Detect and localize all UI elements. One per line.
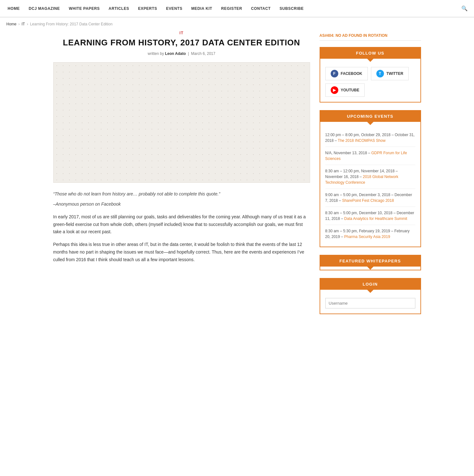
event-link[interactable]: The 2018 INCOMPAS Show <box>338 138 386 143</box>
nav-events[interactable]: EVENTS <box>162 0 187 17</box>
article-body: “Those who do not learn from history are… <box>53 190 310 263</box>
twitter-icon: t <box>376 70 384 77</box>
username-input[interactable] <box>325 298 415 308</box>
main-content: IT LEARNING FROM HISTORY, 2017 DATA CENT… <box>53 31 310 322</box>
search-button[interactable]: 🔍 <box>458 5 471 11</box>
breadcrumb-home[interactable]: Home <box>6 22 16 26</box>
event-item: N/A, November 13, 2018 – GDPR Forum for … <box>325 147 415 165</box>
event-item: 8:30 am – 5:00 pm, December 10, 2018 – D… <box>325 207 415 225</box>
follow-us-header: FOLLOW US <box>320 48 420 59</box>
article-body-p1: In early 2017, most of us are still plan… <box>53 213 310 236</box>
breadcrumb-sep-2: › <box>27 22 28 26</box>
breadcrumb-sep-1: › <box>18 22 20 26</box>
breadcrumb-it[interactable]: IT <box>22 22 25 26</box>
upcoming-events-arrow <box>367 122 373 125</box>
events-list: 12:00 pm – 8:00 pm, October 29, 2018 – O… <box>320 125 420 247</box>
article-image <box>53 62 310 183</box>
upcoming-events-header: UPCOMING EVENTS <box>320 111 420 122</box>
breadcrumb: Home › IT › Learning From History: 2017 … <box>0 17 474 31</box>
article-author[interactable]: Leon Adato <box>165 51 186 56</box>
social-buttons: f FACEBOOK t TWITTER ▶ YOUTUBE <box>320 62 420 102</box>
article-title: LEARNING FROM HISTORY, 2017 DATA CENTER … <box>53 38 310 48</box>
nav-media-kit[interactable]: MEDIA KIT <box>187 0 217 17</box>
login-box: LOGIN <box>320 278 421 314</box>
youtube-button[interactable]: ▶ YOUTUBE <box>325 83 365 97</box>
article-quote: “Those who do not learn from history are… <box>53 190 310 198</box>
nav-dcj-magazine[interactable]: DCJ MAGAZINE <box>24 0 64 17</box>
article-category: IT <box>53 31 310 35</box>
main-nav: HOME DCJ MAGAZINE WHITE PAPERS ARTICLES … <box>0 0 474 17</box>
twitter-label: TWITTER <box>386 71 403 76</box>
featured-whitepapers-box: FEATURED WHITEPAPERS <box>320 255 421 270</box>
article-body-p2: Perhaps this idea is less true in other … <box>53 241 310 263</box>
article-meta: written by Leon Adato | March 6, 2017 <box>53 51 310 56</box>
event-item: 9:00 am – 5:00 pm, December 3, 2018 – De… <box>325 189 415 207</box>
login-arrow <box>367 290 373 293</box>
article-quote-attr: –Anonymous person on Facebook <box>53 201 310 208</box>
nav-contact[interactable]: CONTACT <box>247 0 275 17</box>
upcoming-events-box: UPCOMING EVENTS 12:00 pm – 8:00 pm, Octo… <box>320 110 421 247</box>
event-item: 8:30 am – 12:00 pm, November 14, 2018 – … <box>325 165 415 189</box>
youtube-label: YOUTUBE <box>341 88 360 92</box>
featured-whitepapers-header: FEATURED WHITEPAPERS <box>320 255 420 267</box>
event-link[interactable]: Data Analytics for Healthcare Summit <box>344 216 407 221</box>
nav-subscribe[interactable]: SUBSCRIBE <box>275 0 308 17</box>
featured-whitepapers-arrow <box>367 267 373 270</box>
nav-home[interactable]: HOME <box>3 0 24 17</box>
facebook-label: FACEBOOK <box>341 71 362 76</box>
event-item: 12:00 pm – 8:00 pm, October 29, 2018 – O… <box>325 129 415 147</box>
follow-us-arrow <box>367 59 373 62</box>
login-header: LOGIN <box>320 279 420 290</box>
sidebar: AS#404: NO AD FOUND IN ROTATION FOLLOW U… <box>320 31 421 322</box>
event-link[interactable]: Pharma Security Asia 2019 <box>344 235 390 239</box>
nav-register[interactable]: REGISTER <box>217 0 247 17</box>
event-item: 8:30 am – 5:30 pm, February 19, 2019 – F… <box>325 225 415 243</box>
facebook-icon: f <box>331 70 338 77</box>
sidebar-ad: AS#404: NO AD FOUND IN ROTATION <box>320 31 421 41</box>
nav-articles[interactable]: ARTICLES <box>104 0 134 17</box>
event-link[interactable]: SharePoint Fest Chicago 2018 <box>342 198 394 203</box>
follow-us-box: FOLLOW US f FACEBOOK t TWITTER ▶ YOUTUBE <box>320 47 421 102</box>
event-time: N/A, November 13, 2018 – <box>325 151 370 155</box>
facebook-button[interactable]: f FACEBOOK <box>325 67 368 80</box>
breadcrumb-current: Learning From History: 2017 Data Center … <box>30 22 113 26</box>
twitter-button[interactable]: t TWITTER <box>371 67 409 80</box>
nav-white-papers[interactable]: WHITE PAPERS <box>64 0 104 17</box>
youtube-icon: ▶ <box>331 86 338 94</box>
article-date: March 6, 2017 <box>191 51 216 56</box>
written-by-label: written by <box>148 51 164 56</box>
login-form <box>320 293 420 314</box>
nav-experts[interactable]: EXPERTS <box>133 0 161 17</box>
